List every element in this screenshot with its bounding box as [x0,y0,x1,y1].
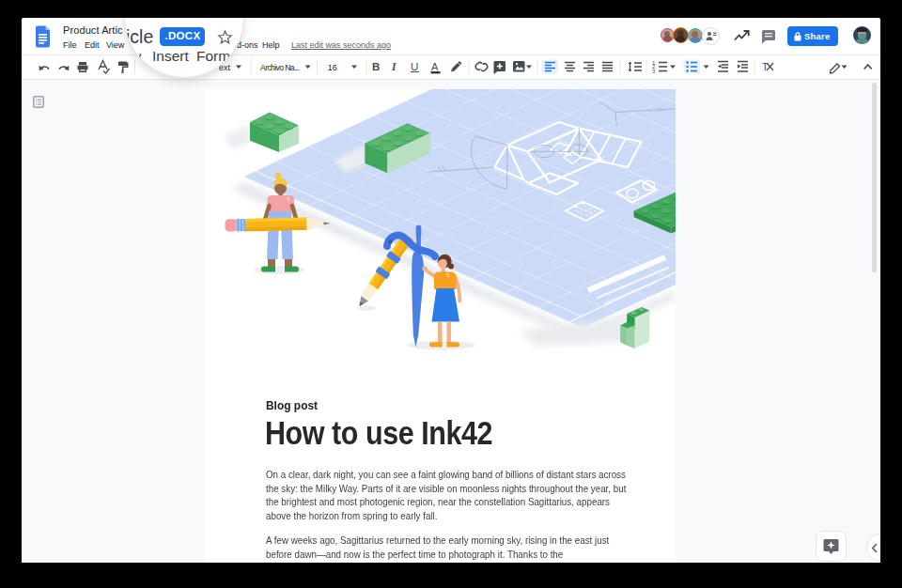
svg-text:B: B [372,61,380,72]
svg-text:T: T [762,61,769,72]
svg-text:A: A [431,61,439,72]
svg-text:3: 3 [652,69,656,74]
svg-text:U: U [411,61,418,72]
svg-text:Archivo Na...: Archivo Na... [260,63,300,72]
svg-text:I: I [391,61,397,72]
svg-text:16: 16 [328,63,337,72]
